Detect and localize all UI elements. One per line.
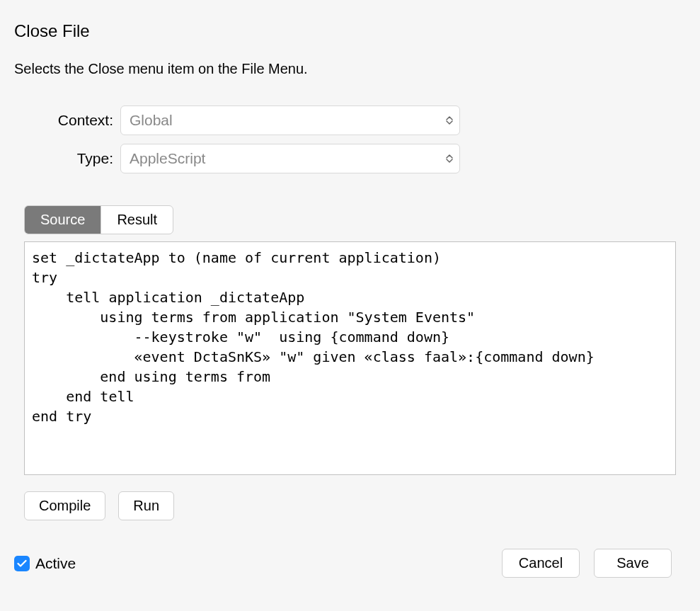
context-select[interactable]: Global xyxy=(120,105,460,135)
active-label: Active xyxy=(35,555,76,572)
context-label: Context: xyxy=(14,112,120,129)
description-text: Selects the Close menu item on the File … xyxy=(14,61,686,77)
source-result-tabs: Source Result xyxy=(24,205,173,234)
tab-source[interactable]: Source xyxy=(25,206,101,234)
type-label: Type: xyxy=(14,150,120,167)
check-icon xyxy=(17,559,27,568)
run-button[interactable]: Run xyxy=(118,491,174,520)
code-editor[interactable] xyxy=(24,241,676,475)
type-select-value: AppleScript xyxy=(130,150,205,167)
tab-result[interactable]: Result xyxy=(101,206,173,234)
context-select-value: Global xyxy=(130,112,173,129)
type-select[interactable]: AppleScript xyxy=(120,144,460,173)
cancel-button[interactable]: Cancel xyxy=(502,549,580,578)
save-button[interactable]: Save xyxy=(594,549,672,578)
page-title: Close File xyxy=(14,21,686,41)
compile-button[interactable]: Compile xyxy=(24,491,105,520)
active-checkbox[interactable] xyxy=(14,556,30,571)
